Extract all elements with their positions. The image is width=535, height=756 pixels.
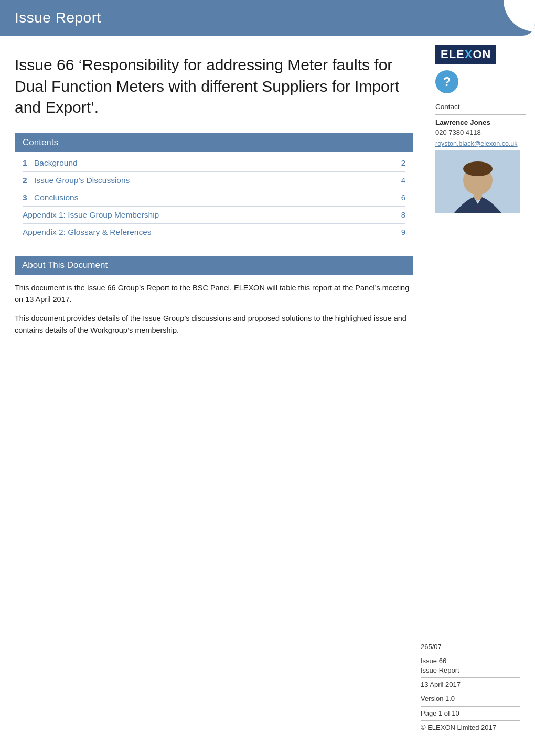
meta-issue-line2: Issue Report [421, 666, 459, 674]
appendix-label-2: Appendix 2: Glossary & References [23, 228, 395, 237]
about-paragraph-2: This document provides details of the Is… [15, 312, 413, 336]
contents-appendix-2[interactable]: Appendix 2: Glossary & References 9 [23, 225, 405, 240]
photo-svg [435, 150, 520, 213]
sidebar-photo [435, 150, 520, 213]
about-section-header: About This Document [15, 256, 413, 275]
header-bar: Issue Report [0, 0, 535, 36]
document-title: Issue 66 ‘Responsibility for addressing … [15, 55, 413, 118]
meta-version: Version 1.0 [421, 692, 520, 706]
bottom-metadata: 265/07 Issue 66 Issue Report 13 April 20… [421, 640, 520, 735]
contents-page-1: 2 [395, 158, 405, 167]
sidebar-divider-2 [435, 114, 526, 115]
meta-copyright: © ELEXON Limited 2017 [421, 721, 520, 735]
contents-table: Contents 1 Background 2 2 Issue Group’s … [15, 133, 413, 244]
svg-point-3 [463, 161, 493, 176]
divider-2 [23, 189, 405, 189]
contents-num-3: 3 [23, 193, 34, 202]
sidebar-email-link[interactable]: royston.black@elexon.co.uk [435, 140, 518, 147]
contents-body: 1 Background 2 2 Issue Group’s Discussio… [15, 152, 413, 244]
sidebar-contact-label: Contact [435, 103, 526, 111]
meta-date: 13 April 2017 [421, 678, 520, 692]
left-content: Issue 66 ‘Responsibility for addressing … [0, 36, 430, 358]
about-paragraph-1: This document is the Issue 66 Group’s Re… [15, 282, 413, 306]
contents-num-1: 1 [23, 158, 34, 168]
divider-1 [23, 171, 405, 172]
contents-row-3[interactable]: 3 Conclusions 6 [23, 190, 405, 205]
contents-page-2: 4 [395, 176, 405, 185]
page-title: Issue Report [15, 9, 520, 26]
appendix-page-1: 8 [395, 210, 405, 219]
question-icon-wrapper: ? [435, 70, 526, 93]
logo-x: X [465, 48, 473, 61]
elexon-logo: ELEXON [435, 45, 526, 64]
sidebar-contact-name: Lawrence Jones [435, 118, 526, 126]
meta-doc-number: 265/07 [421, 640, 520, 654]
appendix-page-2: 9 [395, 228, 405, 236]
meta-page: Page 1 of 10 [421, 707, 520, 721]
question-icon: ? [435, 70, 458, 93]
right-sidebar: ELEXON ? Contact Lawrence Jones 020 7380… [430, 36, 535, 358]
contents-appendix-1[interactable]: Appendix 1: Issue Group Membership 8 [23, 208, 405, 222]
about-section-body: This document is the Issue 66 Group’s Re… [15, 282, 413, 337]
logo-text-left: ELE [441, 48, 465, 61]
meta-issue: Issue 66 Issue Report [421, 654, 520, 678]
sidebar-phone: 020 7380 4118 [435, 128, 526, 136]
question-mark: ? [443, 74, 451, 89]
contents-num-2: 2 [23, 176, 34, 185]
contents-label-3: Conclusions [34, 193, 395, 202]
contents-label-1: Background [34, 158, 395, 168]
elexon-logo-box: ELEXON [435, 45, 496, 64]
logo-text-right: ON [473, 48, 491, 61]
appendix-label-1: Appendix 1: Issue Group Membership [23, 210, 395, 220]
divider-3 [23, 206, 405, 207]
contents-row-1[interactable]: 1 Background 2 [23, 156, 405, 170]
meta-issue-line1: Issue 66 [421, 657, 446, 665]
sidebar-divider-1 [435, 99, 526, 99]
contents-header: Contents [15, 134, 413, 152]
contents-row-2[interactable]: 2 Issue Group’s Discussions 4 [23, 173, 405, 188]
contents-page-3: 6 [395, 193, 405, 202]
divider-4 [23, 223, 405, 224]
contents-label-2: Issue Group’s Discussions [34, 176, 395, 185]
